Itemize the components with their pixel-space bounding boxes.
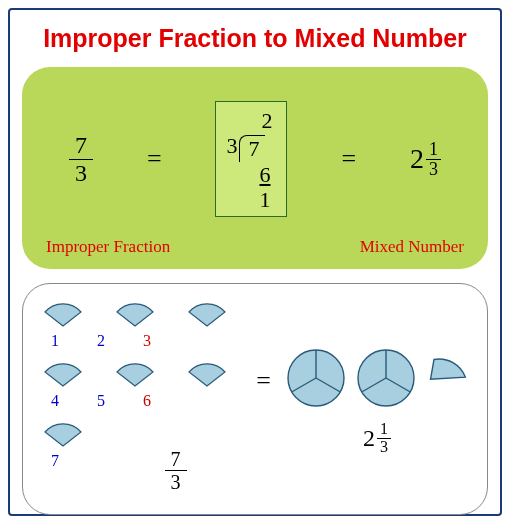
- pie-thirds-icon: [355, 347, 417, 409]
- visual-mixed-number: 2 1 3: [363, 421, 391, 456]
- wedge-number: 5: [97, 392, 105, 410]
- mixed-numerator: 1: [377, 421, 391, 439]
- wedge-number: 3: [143, 332, 151, 350]
- mixed-number: 2 1 3: [410, 140, 441, 179]
- fraction-denominator: 3: [69, 160, 93, 186]
- wedge-icon: [425, 358, 469, 398]
- diagram-frame: Improper Fraction to Mixed Number 7 3 = …: [8, 8, 502, 516]
- long-division: 2 3 7 6 1: [215, 101, 287, 217]
- labels-row: Improper Fraction Mixed Number: [42, 237, 468, 259]
- equals-sign: =: [256, 366, 271, 396]
- wedge-icon: [41, 360, 85, 388]
- dividend: 7: [239, 135, 265, 161]
- equation-panel: 7 3 = 2 3 7 6 1 = 2 1 3: [22, 67, 488, 269]
- label-improper: Improper Fraction: [46, 237, 170, 257]
- mixed-denominator: 3: [426, 160, 441, 179]
- improper-fraction: 7 3: [69, 132, 93, 186]
- mixed-whole: 2: [363, 425, 375, 452]
- mixed-whole: 2: [410, 143, 424, 175]
- fraction-denominator: 3: [165, 471, 187, 493]
- visual-panel: 1 2 3 4 5 6 7 7 3: [22, 283, 488, 515]
- divisor: 3: [226, 133, 239, 158]
- wedge-number: 1: [51, 332, 59, 350]
- wedge-number: 7: [51, 452, 59, 493]
- fraction-numerator: 7: [165, 448, 187, 471]
- equals-sign: =: [147, 144, 162, 174]
- wedge-icon: [185, 300, 229, 328]
- page-title: Improper Fraction to Mixed Number: [22, 24, 488, 53]
- wedges-group: 1 2 3 4 5 6 7 7 3: [41, 300, 242, 503]
- equals-sign: =: [341, 144, 356, 174]
- wedge-icon: [41, 300, 85, 328]
- wedge-number: 4: [51, 392, 59, 410]
- wedge-icon: [113, 300, 157, 328]
- wedge-icon: [113, 360, 157, 388]
- wedge-icon: [185, 360, 229, 388]
- subtrahend: 6: [226, 162, 276, 187]
- quotient: 2: [226, 108, 276, 133]
- mixed-numerator: 1: [426, 140, 441, 160]
- fraction-numerator: 7: [69, 132, 93, 159]
- remainder: 1: [226, 187, 276, 212]
- pie-thirds-icon: [285, 347, 347, 409]
- label-mixed: Mixed Number: [360, 237, 464, 257]
- visual-fraction: 7 3: [165, 448, 187, 493]
- circles-group: 2 1 3: [285, 347, 469, 456]
- mixed-denominator: 3: [377, 439, 391, 456]
- wedge-icon: [41, 420, 85, 448]
- wedge-number: 6: [143, 392, 151, 410]
- equation-row: 7 3 = 2 3 7 6 1 = 2 1 3: [42, 81, 468, 237]
- wedge-number: 2: [97, 332, 105, 350]
